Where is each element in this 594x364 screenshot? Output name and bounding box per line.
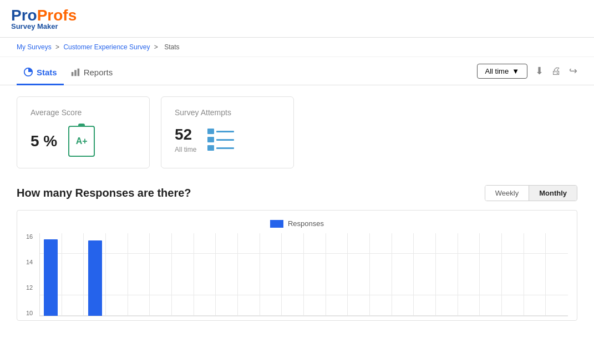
svg-rect-2 (74, 70, 77, 76)
y-axis: 10 12 14 16 (26, 233, 39, 316)
breadcrumb-my-surveys[interactable]: My Surveys (17, 43, 52, 51)
tabs-bar: Stats Reports All time ▼ ⬇ 🖨 ↩ (0, 57, 594, 85)
breadcrumb: My Surveys > Customer Experience Survey … (0, 38, 594, 57)
toggle-group: Weekly Monthly (485, 185, 577, 201)
tab-reports-label: Reports (84, 68, 113, 77)
breadcrumb-survey-name[interactable]: Customer Experience Survey (63, 43, 150, 51)
chart-header: How many Responses are there? Weekly Mon… (17, 185, 577, 201)
legend-color-swatch (270, 220, 283, 228)
bar-col-21 (502, 233, 524, 316)
chart-container: Responses 10 12 14 16 (17, 210, 577, 321)
bar-chart-icon (70, 67, 80, 77)
average-score-card: Average Score 5 % A+ (17, 96, 150, 168)
breadcrumb-sep1: > (55, 43, 61, 51)
bar-col-18 (436, 233, 458, 316)
chart-section: How many Responses are there? Weekly Mon… (0, 180, 594, 332)
bar-col-6 (172, 233, 194, 316)
breadcrumb-current: Stats (164, 43, 179, 51)
bar-col-1 (62, 233, 84, 316)
bar-col-10 (260, 233, 282, 316)
download-icon[interactable]: ⬇ (535, 65, 544, 77)
bar-col-9 (238, 233, 260, 316)
tab-reports[interactable]: Reports (64, 63, 120, 85)
average-score-title: Average Score (31, 108, 136, 117)
svg-rect-1 (71, 72, 73, 76)
bar-col-22 (524, 233, 546, 316)
bar-col-20 (480, 233, 502, 316)
average-score-body: 5 % A+ (31, 126, 136, 157)
bar-col-7 (194, 233, 216, 316)
dropdown-arrow-icon: ▼ (512, 67, 519, 75)
bar-col-14 (348, 233, 370, 316)
bar-col-16 (392, 233, 414, 316)
grade-label: A+ (76, 136, 88, 146)
bar-col-11 (282, 233, 304, 316)
bar-col-19 (458, 233, 480, 316)
print-icon[interactable]: 🖨 (551, 65, 561, 77)
share-icon[interactable]: ↩ (569, 65, 577, 77)
y-label-14: 14 (26, 259, 35, 265)
legend-label: Responses (288, 219, 324, 228)
survey-attempts-card: Survey Attempts 52 All time (161, 96, 294, 168)
bar-col-13 (326, 233, 348, 316)
chart-bars (39, 233, 568, 316)
bar-col-12 (304, 233, 326, 316)
bar-col-0 (40, 233, 62, 316)
bar-col-17 (414, 233, 436, 316)
y-label-16: 16 (26, 233, 35, 240)
tab-stats-label: Stats (37, 68, 57, 77)
bar-0 (44, 239, 58, 316)
weekly-toggle-button[interactable]: Weekly (485, 186, 529, 201)
logo: ProProfs Survey Maker (11, 7, 77, 30)
chart-inner: 10 12 14 16 (26, 233, 568, 316)
survey-attempts-title: Survey Attempts (175, 108, 280, 117)
logo-pro: Pro (11, 7, 37, 24)
bar-col-2 (84, 233, 106, 316)
y-label-12: 12 (26, 284, 35, 291)
tab-stats[interactable]: Stats (17, 63, 64, 85)
list-icon (207, 126, 234, 153)
y-label-10: 10 (26, 310, 35, 316)
survey-attempts-value: 52 (175, 126, 196, 143)
bar-col-23 (546, 233, 568, 316)
bar-col-8 (216, 233, 238, 316)
average-score-value: 5 % (31, 132, 57, 150)
breadcrumb-sep2: > (154, 43, 160, 51)
survey-attempts-body: 52 All time (175, 126, 280, 153)
chart-title: How many Responses are there? (17, 187, 191, 199)
bar-2 (88, 240, 102, 316)
cards-row: Average Score 5 % A+ Survey Attempts 52 … (0, 85, 594, 180)
toolbar-right: All time ▼ ⬇ 🖨 ↩ (477, 64, 578, 84)
chart-legend: Responses (26, 219, 568, 228)
header: ProProfs Survey Maker (0, 0, 594, 38)
bar-col-3 (106, 233, 128, 316)
monthly-toggle-button[interactable]: Monthly (529, 186, 577, 201)
bar-col-5 (150, 233, 172, 316)
time-filter-button[interactable]: All time ▼ (477, 64, 528, 79)
bar-col-15 (370, 233, 392, 316)
svg-rect-3 (77, 69, 79, 76)
survey-attempts-sub: All time (175, 146, 196, 153)
pie-chart-icon (23, 67, 33, 77)
time-filter-label: All time (485, 67, 509, 75)
logo-profs: Profs (37, 7, 77, 24)
grade-icon: A+ (68, 126, 95, 157)
bar-col-4 (128, 233, 150, 316)
